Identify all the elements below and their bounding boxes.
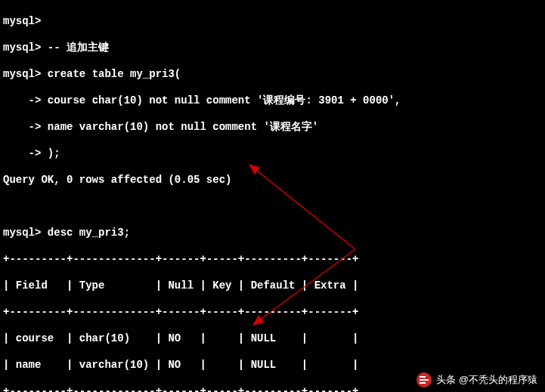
terminal-output: mysql> mysql> -- 追加主键 mysql> create tabl… [0, 0, 545, 392]
toutiao-logo-icon [416, 372, 432, 387]
cmd-empty [41, 15, 47, 27]
table-sep: +---------+-------------+------+-----+--… [3, 306, 542, 319]
table-header: | Field | Type | Null | Key | Default | … [3, 279, 542, 293]
cmd-create-2: course char(10) not null comment '课程编号: … [41, 94, 401, 106]
cmd-create-3: name varchar(10) not null comment '课程名字' [41, 121, 318, 133]
cmd-comment: -- 追加主键 [41, 42, 109, 54]
mysql-prompt[interactable]: mysql> [3, 68, 41, 80]
table-row: | course | char(10) | NO | | NULL | | [3, 332, 542, 346]
table-sep: +---------+-------------+------+-----+--… [3, 253, 542, 267]
cont-prompt[interactable]: -> [3, 147, 41, 159]
cont-prompt[interactable]: -> [3, 94, 41, 106]
cmd-create-4: ); [41, 147, 60, 159]
mysql-prompt[interactable]: mysql> [3, 227, 41, 239]
cmd-create-1: create table my_pri3( [41, 68, 181, 80]
result-query-ok-1: Query OK, 0 rows affected (0.05 sec) [3, 174, 542, 187]
watermark: 头条 @不秃头的程序猿 [416, 372, 537, 387]
watermark-text: 头条 @不秃头的程序猿 [436, 374, 537, 386]
cmd-desc-1: desc my_pri3; [41, 227, 130, 239]
table-row: | name | varchar(10) | NO | | NULL | | [3, 359, 542, 372]
mysql-prompt[interactable]: mysql> [3, 42, 41, 54]
mysql-prompt[interactable]: mysql> [3, 15, 41, 27]
cont-prompt[interactable]: -> [3, 121, 41, 133]
